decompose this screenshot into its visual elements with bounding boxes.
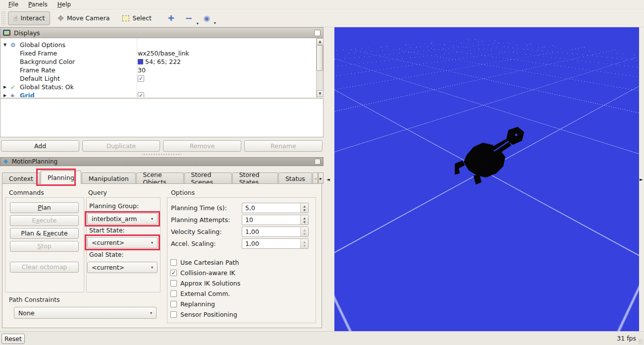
add-display-button[interactable]: Add	[1, 140, 79, 152]
panel-undock-button[interactable]	[314, 30, 321, 36]
external-comm-row: External Comm.	[170, 290, 230, 297]
fixed-frame-value[interactable]: wx250/base_link	[138, 50, 189, 57]
tab-stored-scenes[interactable]: Stored Scenes	[184, 172, 232, 184]
panel-undock-button[interactable]	[315, 159, 321, 165]
spin-down-icon[interactable]: ▼	[303, 220, 306, 224]
tab-stored-states[interactable]: Stored States	[232, 172, 278, 184]
duplicate-display-button[interactable]: Duplicate	[82, 140, 160, 152]
sensor-positioning-checkbox[interactable]	[170, 311, 177, 318]
planning-group-dropdown[interactable]: interbotix_arm▾	[87, 213, 158, 225]
menu-bar: File Panels Help	[0, 0, 644, 9]
tool-visibility-button[interactable]: ◉▾	[202, 13, 212, 24]
select-icon	[122, 15, 129, 21]
planning-time-spinbox[interactable]: 5,0 ▲▼	[242, 203, 309, 213]
tree-row-background-color[interactable]: Background Color 54; 65; 222	[0, 58, 323, 66]
tab-status[interactable]: Status	[278, 172, 312, 184]
external-comm-checkbox[interactable]	[170, 290, 177, 297]
remove-tool-button[interactable]: −▾	[183, 12, 195, 24]
tree-row-fixed-frame[interactable]: Fixed Frame wx250/base_link	[0, 49, 323, 58]
collapse-right-icon[interactable]: ►	[640, 177, 643, 182]
planning-attempts-spinbox[interactable]: 10 ▲▼	[242, 215, 309, 225]
grid-icon: ◈	[10, 92, 20, 97]
spin-up-icon[interactable]: ▲	[303, 240, 306, 244]
spin-down-icon[interactable]: ▼	[303, 232, 306, 236]
background-color-value[interactable]: 54; 65; 222	[138, 58, 181, 65]
interact-tool-label: Interact	[21, 14, 45, 22]
replanning-checkbox[interactable]	[170, 301, 177, 307]
remove-display-button[interactable]: Remove	[163, 140, 241, 152]
velocity-scaling-spinbox[interactable]: 1,00 ▲▼	[242, 227, 309, 237]
tab-scroll-left-icon[interactable]: ◂	[313, 172, 318, 184]
motion-planning-title: MotionPlanning	[12, 158, 57, 165]
spin-down-icon[interactable]: ▼	[303, 244, 306, 248]
start-state-dropdown[interactable]: <current>▾	[87, 237, 158, 248]
select-tool-button[interactable]: Select	[117, 11, 157, 25]
move-camera-tool-button[interactable]: ✥ Move Camera	[52, 11, 115, 25]
menu-help[interactable]: Help	[53, 0, 75, 8]
stop-button[interactable]: Stop	[10, 241, 79, 252]
add-tool-button[interactable]: ✚	[166, 13, 176, 24]
tree-row-frame-rate[interactable]: Frame Rate 30	[0, 66, 323, 74]
scrollbar-thumb[interactable]	[317, 45, 323, 71]
replanning-row: Replanning	[170, 300, 215, 308]
spin-up-icon[interactable]: ▲	[303, 216, 306, 220]
resize-grip[interactable]	[638, 339, 643, 344]
tree-scrollbar[interactable]: ▲ ▼	[316, 38, 323, 97]
frame-rate-value[interactable]: 30	[138, 66, 146, 74]
tab-manipulation[interactable]: Manipulation	[82, 172, 136, 184]
3d-viewport[interactable]	[334, 27, 639, 331]
execute-button[interactable]: Execute	[10, 215, 79, 226]
plan-and-execute-button[interactable]: Plan & Execute	[10, 228, 79, 239]
expander-open-icon[interactable]: ▼	[3, 43, 10, 47]
rename-display-button[interactable]: Rename	[244, 140, 322, 152]
tree-row-default-light[interactable]: Default Light ✓	[0, 74, 323, 83]
gear-icon: ⚙	[10, 42, 20, 49]
right-panel-splitter[interactable]: ►	[639, 27, 644, 331]
displays-panel-header[interactable]: Displays	[0, 27, 323, 38]
robot-model[interactable]	[448, 121, 528, 186]
eye-icon: ◉	[204, 14, 210, 23]
path-constraints-dropdown[interactable]: None▾	[14, 307, 157, 319]
tree-row-grid[interactable]: ▶ ◈ Grid ✓	[0, 91, 323, 97]
default-light-checkbox[interactable]: ✓	[138, 75, 144, 82]
vertical-splitter[interactable]: ◄	[323, 27, 334, 331]
reset-button[interactable]: Reset	[1, 334, 25, 344]
tree-row-global-status[interactable]: ▶ ✓ Global Status: Ok	[0, 83, 323, 91]
tab-context[interactable]: Context	[2, 172, 40, 184]
expander-closed-icon[interactable]: ▶	[3, 93, 10, 97]
planning-time-label: Planning Time (s):	[171, 204, 227, 212]
plan-button[interactable]: Plan	[10, 202, 79, 213]
scroll-down-icon[interactable]: ▼	[317, 90, 323, 97]
move-camera-icon: ✥	[57, 14, 64, 23]
approx-ik-solutions-checkbox[interactable]	[170, 280, 177, 287]
interact-tool-button[interactable]: ☝ Interact	[8, 11, 50, 25]
accel-scaling-spinbox[interactable]: 1,00 ▲▼	[242, 238, 309, 249]
clear-octomap-button[interactable]: Clear octomap	[10, 262, 79, 273]
scroll-up-icon[interactable]: ▲	[317, 38, 323, 45]
collision-aware-ik-checkbox[interactable]: ✓	[170, 270, 177, 276]
horizontal-splitter-handle[interactable]	[142, 153, 181, 156]
goal-state-dropdown[interactable]: <current>▾	[87, 262, 158, 273]
expander-closed-icon[interactable]: ▶	[3, 85, 10, 89]
grid-checkbox[interactable]: ✓	[138, 92, 144, 97]
use-cartesian-path-checkbox[interactable]	[170, 259, 177, 266]
spin-up-icon[interactable]: ▲	[303, 204, 306, 208]
planning-attempts-label: Planning Attempts:	[171, 216, 230, 224]
toolbar-drag-handle[interactable]	[1, 11, 6, 26]
motion-planning-panel-header[interactable]: ❖ MotionPlanning	[0, 157, 323, 166]
hand-icon: ☝	[13, 14, 18, 22]
spin-down-icon[interactable]: ▼	[303, 208, 306, 212]
planning-group-label: Planning Group:	[89, 202, 139, 210]
chevron-down-icon: ▾	[214, 21, 216, 25]
use-cartesian-path-row: Use Cartesian Path	[170, 259, 239, 266]
tab-planning[interactable]: Planning	[41, 171, 81, 184]
tree-row-global-options[interactable]: ▼ ⚙ Global Options	[0, 41, 323, 49]
tab-scroll-right-icon[interactable]: ▸	[318, 172, 323, 184]
spin-up-icon[interactable]: ▲	[303, 228, 306, 232]
menu-panels[interactable]: Panels	[24, 0, 52, 8]
menu-file[interactable]: File	[4, 0, 23, 8]
property-description-area	[0, 98, 323, 137]
tab-scene-objects[interactable]: Scene Objects	[136, 172, 184, 184]
accel-scaling-label: Accel. Scaling:	[171, 240, 216, 247]
collapse-left-icon[interactable]: ◄	[326, 177, 330, 182]
